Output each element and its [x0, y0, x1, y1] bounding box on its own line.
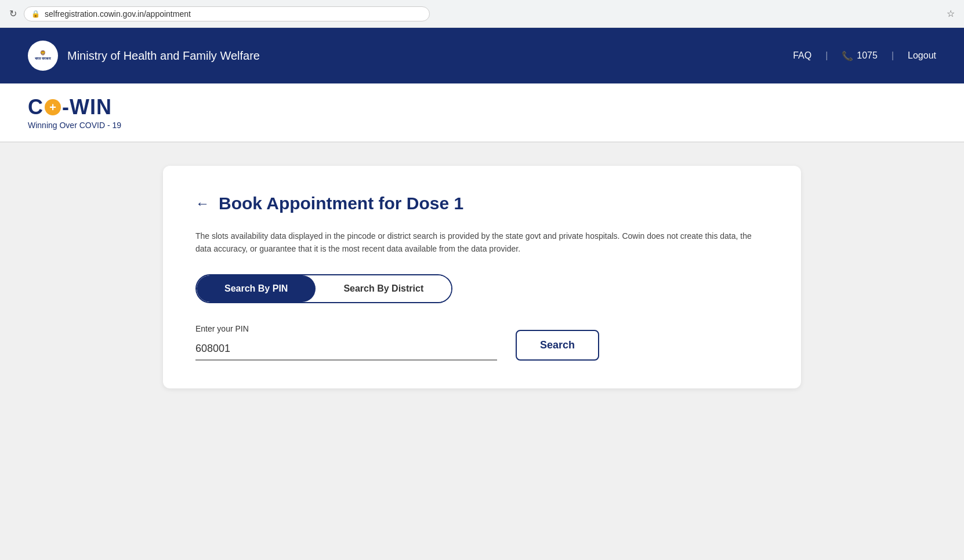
nav-links: FAQ | 📞 1075 | Logout [793, 50, 936, 61]
card-header: ← Book Appointment for Dose 1 [195, 194, 769, 213]
brand-area: 🦁 भारत सरकार Ministry of Health and Fami… [28, 41, 260, 71]
phone-icon: 📞 [842, 50, 853, 61]
cowin-text-win: -WIN [62, 95, 112, 119]
back-button[interactable]: ← [195, 195, 209, 212]
cowin-subtitle: Winning Over COVID - 19 [28, 121, 121, 130]
search-by-district-button[interactable]: Search By District [316, 275, 451, 302]
logo-area: C + -WIN Winning Over COVID - 19 [0, 83, 964, 143]
phone-link[interactable]: 📞 1075 [842, 50, 878, 61]
pin-input-group: Enter your PIN [195, 324, 497, 361]
government-emblem: 🦁 भारत सरकार [28, 41, 58, 71]
bookmark-icon[interactable]: ☆ [947, 8, 955, 19]
appointment-card: ← Book Appointment for Dose 1 The slots … [163, 166, 801, 388]
pin-input[interactable] [195, 338, 497, 361]
browser-bar: ↻ 🔒 selfregistration.cowin.gov.in/appoin… [0, 0, 964, 28]
top-navigation: 🦁 भारत सरकार Ministry of Health and Fami… [0, 28, 964, 83]
page-title: Book Appointment for Dose 1 [219, 194, 463, 213]
cowin-logo: C + -WIN Winning Over COVID - 19 [28, 95, 936, 130]
phone-number: 1075 [857, 50, 878, 61]
nav-divider-2: | [891, 50, 894, 61]
faq-link[interactable]: FAQ [793, 50, 811, 61]
logout-link[interactable]: Logout [908, 50, 936, 61]
search-toggle-group: Search By PIN Search By District [195, 274, 452, 303]
ministry-name: Ministry of Health and Family Welfare [67, 49, 260, 63]
search-by-pin-button[interactable]: Search By PIN [197, 275, 316, 302]
pin-input-label: Enter your PIN [195, 324, 497, 333]
disclaimer-text: The slots availability data displayed in… [195, 230, 769, 256]
cowin-plus-icon: + [45, 99, 61, 115]
url-text: selfregistration.cowin.gov.in/appointmen… [45, 9, 191, 19]
pin-input-section: Enter your PIN Search [195, 324, 769, 361]
refresh-icon[interactable]: ↻ [9, 8, 17, 19]
page-content: ← Book Appointment for Dose 1 The slots … [0, 143, 964, 560]
address-bar[interactable]: 🔒 selfregistration.cowin.gov.in/appointm… [24, 6, 430, 21]
nav-divider-1: | [825, 50, 828, 61]
cowin-text-c: C [28, 95, 44, 119]
search-button[interactable]: Search [516, 330, 599, 361]
lock-icon: 🔒 [31, 10, 40, 18]
